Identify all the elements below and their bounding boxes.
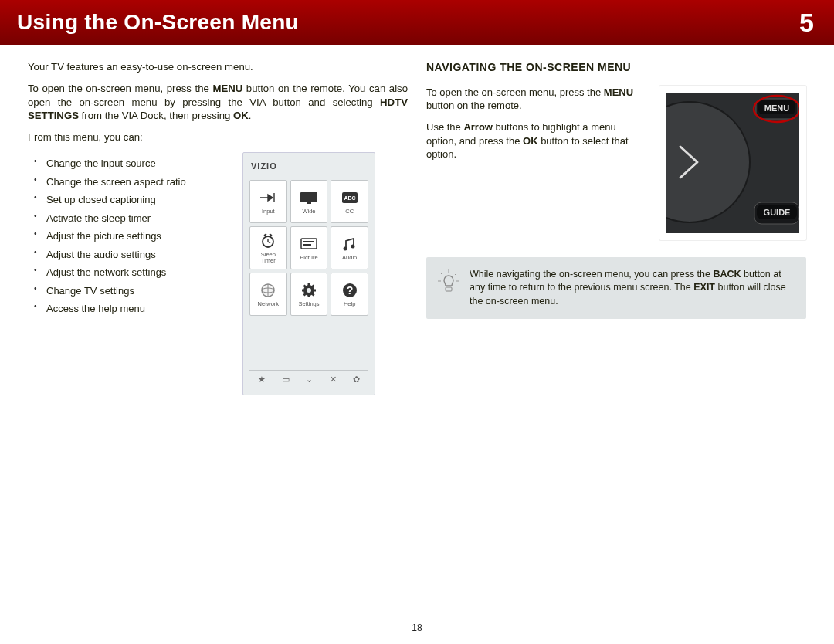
- svg-rect-6: [303, 241, 314, 242]
- t: Use the: [426, 121, 463, 133]
- svg-rect-23: [446, 287, 452, 291]
- guide-button-label: GUIDE: [764, 208, 791, 217]
- list-item: Adjust the network settings: [28, 266, 229, 280]
- page-body: Your TV features an easy-to-use on-scree…: [0, 45, 834, 395]
- list-item: Change the screen aspect ratio: [28, 175, 229, 189]
- right-column: NAVIGATING THE ON-SCREEN MENU To open th…: [426, 60, 806, 395]
- list-item: Change the input source: [28, 157, 229, 171]
- x-icon: ✕: [330, 374, 337, 385]
- back-bold: BACK: [713, 269, 741, 280]
- t: button on the remote.: [426, 100, 522, 111]
- cell-label: Settings: [298, 301, 319, 307]
- exit-bold: EXIT: [693, 282, 715, 293]
- cell-label: Network: [258, 301, 280, 307]
- menu-bold: MENU: [604, 86, 633, 98]
- network-icon: [259, 281, 276, 300]
- vizio-menu-mock: VIZIO Input Wide ABC CC: [242, 152, 375, 395]
- cell-label: Help: [344, 301, 355, 307]
- ok-bold: OK: [233, 110, 249, 121]
- menu-cell-sleep: Sleep Timer: [249, 226, 287, 269]
- t: .: [249, 110, 252, 121]
- cell-label: Audio: [342, 255, 357, 261]
- svg-text:ABC: ABC: [344, 195, 355, 201]
- menu-cell-wide: Wide: [290, 180, 328, 223]
- from-text: From this menu, you can:: [28, 130, 408, 144]
- section-heading: NAVIGATING THE ON-SCREEN MENU: [426, 60, 806, 75]
- chapter-title: Using the On-Screen Menu: [17, 10, 299, 35]
- picture-icon: [300, 235, 318, 253]
- audio-icon: [341, 235, 358, 253]
- svg-rect-1: [307, 202, 311, 204]
- svg-point-9: [351, 244, 354, 248]
- page-number: 18: [0, 622, 834, 633]
- list-item: Activate the sleep timer: [28, 212, 229, 225]
- list-item: Set up closed captioning: [28, 193, 229, 207]
- menu-cell-audio: Audio: [331, 226, 368, 269]
- cell-label: CC: [345, 208, 354, 215]
- menu-button-label: MENU: [764, 103, 789, 113]
- t: While navigating the on-screen menu, you…: [470, 269, 713, 280]
- svg-rect-5: [301, 239, 317, 249]
- t: To open the on-screen menu, press the: [28, 83, 212, 94]
- menu-cell-settings: Settings: [290, 273, 328, 316]
- v-icon: ⌄: [306, 374, 313, 385]
- arrow-bold: Arrow: [463, 121, 493, 133]
- ok-bold: OK: [523, 135, 538, 147]
- cell-label: Wide: [302, 208, 315, 215]
- menu-cell-input: Input: [249, 180, 287, 223]
- bulb-icon: [436, 268, 462, 303]
- svg-rect-7: [303, 244, 311, 246]
- svg-text:?: ?: [346, 284, 353, 297]
- clock-icon: [259, 232, 276, 250]
- list-item: Change TV settings: [28, 284, 229, 298]
- menu-cell-network: Network: [249, 273, 287, 316]
- rect-icon: ▭: [282, 374, 290, 385]
- list-item: Adjust the audio settings: [28, 248, 229, 262]
- tip-box: While navigating the on-screen menu, you…: [426, 257, 806, 320]
- bottom-bar: ★ ▭ ⌄ ✕ ✿: [249, 370, 368, 388]
- list-item: Access the help menu: [28, 302, 229, 316]
- nav-p1: To open the on-screen menu, press the ME…: [426, 86, 649, 113]
- help-icon: ?: [341, 281, 358, 300]
- menu-cell-picture: Picture: [290, 226, 328, 269]
- cell-label: Picture: [300, 255, 317, 261]
- vizio-logo: VIZIO: [251, 161, 367, 172]
- chapter-header: Using the On-Screen Menu 5: [0, 0, 834, 45]
- menu-bold: MENU: [212, 83, 242, 94]
- cell-label: Sleep Timer: [261, 252, 276, 265]
- svg-point-13: [307, 288, 311, 293]
- left-wrap: Change the input source Change the scree…: [28, 152, 408, 395]
- nav-text: To open the on-screen menu, press the ME…: [426, 86, 649, 169]
- feature-list: Change the input source Change the scree…: [28, 157, 229, 320]
- wide-icon: [299, 188, 319, 207]
- left-column: Your TV features an easy-to-use on-scree…: [28, 60, 408, 395]
- nav-p2: Use the Arrow buttons to highlight a men…: [426, 120, 649, 161]
- flower-icon: ✿: [353, 374, 360, 385]
- gear-icon: [300, 281, 317, 300]
- t: from the VIA Dock, then pressing: [79, 110, 233, 121]
- cell-label: Input: [262, 208, 275, 215]
- menu-grid: Input Wide ABC CC Sleep Timer: [249, 180, 368, 316]
- remote-photo: MENU GUIDE: [659, 86, 806, 240]
- svg-rect-0: [300, 192, 317, 202]
- chapter-number: 5: [799, 8, 814, 38]
- list-item: Adjust the picture settings: [28, 229, 229, 243]
- t: To open the on-screen menu, press the: [426, 86, 604, 98]
- cc-icon: ABC: [341, 188, 358, 207]
- svg-point-8: [343, 246, 347, 250]
- star-icon: ★: [258, 374, 266, 385]
- right-top: To open the on-screen menu, press the ME…: [426, 86, 806, 240]
- open-instruction: To open the on-screen menu, press the ME…: [28, 82, 408, 123]
- menu-cell-cc: ABC CC: [331, 180, 368, 223]
- menu-cell-help: ? Help: [331, 273, 368, 316]
- input-icon: [259, 188, 277, 207]
- intro-text: Your TV features an easy-to-use on-scree…: [28, 60, 408, 74]
